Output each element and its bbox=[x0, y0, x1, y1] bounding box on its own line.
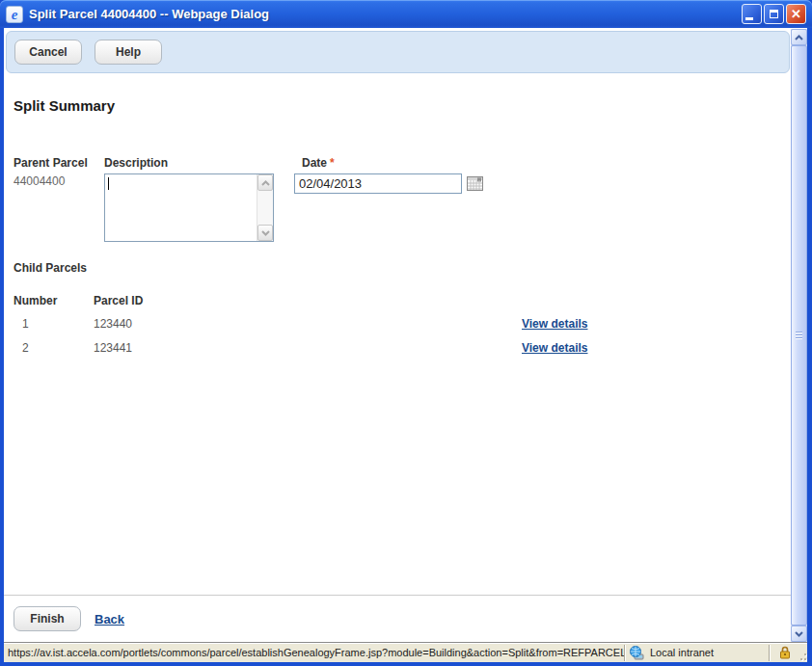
security-zone-panel: Local intranet bbox=[626, 645, 769, 661]
row2-view-details-link[interactable]: View details bbox=[522, 341, 587, 355]
page-title: Split Summary bbox=[14, 97, 791, 114]
lock-icon bbox=[779, 646, 791, 659]
required-marker: * bbox=[330, 156, 335, 170]
row1-parcel-id: 123440 bbox=[94, 315, 522, 339]
maximize-icon bbox=[770, 10, 778, 18]
dialog-body: Cancel Help Split Summary Parent Parcel … bbox=[4, 28, 807, 642]
date-label: Date bbox=[302, 156, 327, 170]
description-label: Description bbox=[104, 156, 278, 170]
scrollbar-up-icon[interactable] bbox=[791, 29, 807, 45]
cancel-button[interactable]: Cancel bbox=[14, 40, 82, 65]
child-parcels-table: Number Parcel ID 1 123440 View details 2… bbox=[14, 294, 791, 363]
status-bar: https://av.ist.accela.com/portlets/commo… bbox=[4, 642, 807, 662]
column-header-number: Number bbox=[14, 294, 94, 315]
column-header-actions bbox=[522, 294, 791, 315]
row2-number: 2 bbox=[14, 339, 94, 363]
vertical-scrollbar[interactable] bbox=[791, 29, 807, 642]
footer-bar: Finish Back bbox=[4, 595, 791, 642]
content-area: Split Summary Parent Parcel 44004400 Des… bbox=[4, 80, 791, 642]
calendar-icon bbox=[467, 175, 483, 192]
toolbar-strip: Cancel Help bbox=[4, 28, 791, 80]
back-link[interactable]: Back bbox=[95, 612, 124, 626]
close-button[interactable]: ✕ bbox=[786, 4, 806, 24]
scrollbar-down-icon[interactable] bbox=[791, 626, 807, 642]
row1-number: 1 bbox=[14, 315, 94, 339]
text-caret bbox=[108, 177, 109, 190]
local-intranet-globe-icon bbox=[630, 646, 645, 660]
scrollbar-grip bbox=[796, 332, 802, 340]
maximize-button[interactable] bbox=[764, 4, 784, 24]
internet-explorer-icon: e bbox=[6, 6, 23, 23]
minimize-button[interactable] bbox=[742, 4, 762, 24]
toolbar: Cancel Help bbox=[6, 31, 790, 73]
title-bar: e Split Parcel 44004400 -- Webpage Dialo… bbox=[0, 0, 812, 28]
row1-view-details-link[interactable]: View details bbox=[522, 317, 587, 331]
security-zone-label: Local intranet bbox=[650, 647, 714, 658]
calendar-picker-button[interactable] bbox=[467, 175, 483, 192]
webpage-dialog-window: e Split Parcel 44004400 -- Webpage Dialo… bbox=[0, 0, 812, 666]
textarea-scrollbar[interactable] bbox=[257, 174, 273, 241]
window-title: Split Parcel 44004400 -- Webpage Dialog bbox=[29, 7, 742, 21]
scrollbar-thumb[interactable] bbox=[791, 45, 807, 626]
scroll-up-icon[interactable] bbox=[257, 174, 273, 191]
parent-parcel-value: 44004400 bbox=[14, 174, 100, 188]
help-button[interactable]: Help bbox=[95, 40, 162, 65]
ssl-lock-panel bbox=[771, 645, 799, 661]
status-url: https://av.ist.accela.com/portlets/commo… bbox=[4, 645, 624, 661]
summary-form: Parent Parcel 44004400 Description bbox=[14, 114, 791, 261]
scroll-down-icon[interactable] bbox=[257, 225, 273, 241]
child-parcels-label: Child Parcels bbox=[14, 261, 791, 275]
date-input[interactable] bbox=[294, 173, 462, 194]
column-header-parcel-id: Parcel ID bbox=[94, 294, 522, 315]
row2-parcel-id: 123441 bbox=[94, 339, 522, 363]
description-textarea[interactable] bbox=[104, 173, 274, 242]
resize-grip[interactable] bbox=[799, 645, 807, 661]
minimize-icon bbox=[745, 17, 753, 20]
close-icon: ✕ bbox=[791, 8, 801, 20]
parent-parcel-label: Parent Parcel bbox=[14, 156, 100, 170]
finish-button[interactable]: Finish bbox=[14, 606, 81, 631]
